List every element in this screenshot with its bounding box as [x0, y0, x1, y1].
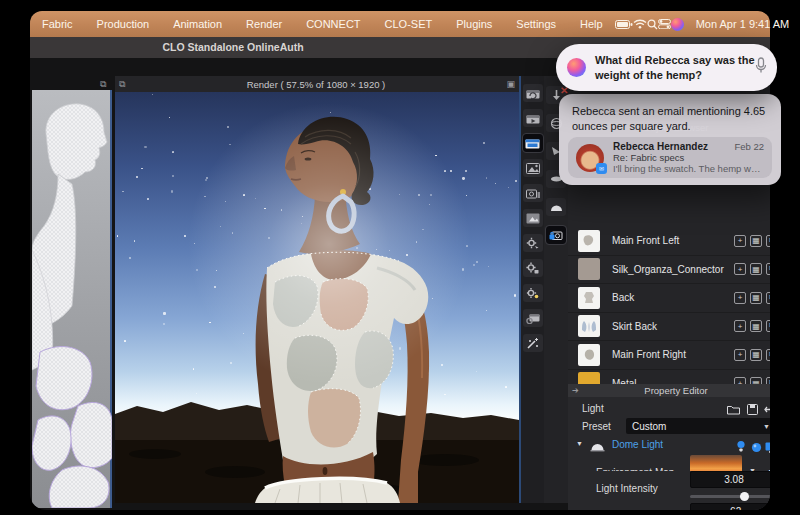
object-row-back[interactable]: Back +▦⧉ [568, 284, 770, 313]
menu-clock: Mon Apr 1 9:41 AM [684, 18, 800, 30]
clone-icon[interactable]: ⧉ [766, 292, 770, 304]
control-center-icon[interactable] [658, 19, 671, 29]
screen-icon[interactable] [765, 439, 770, 457]
property-editor-title: Property Editor [568, 385, 770, 396]
menu-plugins[interactable]: Plugins [444, 18, 504, 30]
light-intensity-input[interactable] [690, 471, 770, 488]
dock-render-icon[interactable]: ▣ [506, 79, 515, 89]
snapshot-icon[interactable] [523, 184, 543, 202]
assistant-answer-card[interactable]: Rebecca sent an email mentioning 4.65 ou… [559, 94, 781, 185]
screenshot: Fabric Production Animation Render CONNE… [0, 0, 800, 515]
battery-icon[interactable] [615, 20, 633, 29]
camera-settings-icon[interactable] [523, 259, 543, 277]
clone-icon[interactable]: ⧉ [766, 235, 770, 247]
menu-render[interactable]: Render [234, 18, 294, 30]
add-icon[interactable]: + [734, 235, 746, 247]
clone-icon[interactable]: ⧉ [766, 320, 770, 332]
add-icon[interactable]: + [734, 292, 746, 304]
dome-light-name[interactable]: Dome Light [612, 439, 663, 450]
menu-fabric[interactable]: Fabric [30, 18, 85, 30]
object-row-main-front-right[interactable]: Main Front Right +▦⧉ [568, 341, 770, 370]
render-video-icon[interactable] [523, 109, 543, 127]
fabric-thumbnail [578, 287, 600, 309]
assistant-question-pill[interactable]: What did Rebecca say was the weight of t… [556, 44, 777, 91]
add-icon[interactable]: + [734, 377, 746, 384]
float-render-icon[interactable]: ⧉ [119, 79, 125, 90]
menu-help[interactable]: Help [568, 18, 615, 30]
render-image-active-icon[interactable] [523, 134, 543, 152]
magic-wand-icon[interactable] [523, 334, 543, 352]
menu-production[interactable]: Production [85, 18, 162, 30]
siri-icon[interactable] [671, 18, 684, 31]
expand-property-editor-icon[interactable]: ➔ [572, 386, 579, 395]
clone-icon[interactable]: ⧉ [766, 263, 770, 275]
pattern-grid-icon[interactable]: ▦ [750, 320, 762, 332]
pattern-grid-icon[interactable]: ▦ [750, 349, 762, 361]
render-panel-title: Render ( 57.5% of 1080 × 1920 ) [129, 79, 502, 90]
render-panel-title-bar[interactable]: ⧉ Render ( 57.5% of 1080 × 1920 ) ▣ [115, 76, 519, 92]
open-preset-icon[interactable] [727, 401, 740, 419]
rebecca-avatar: ✉ [576, 144, 604, 172]
light-angle-input[interactable] [690, 503, 770, 510]
render-video-sync-icon[interactable] [523, 84, 543, 102]
email-sender: Rebecca Hernandez [613, 141, 734, 152]
email-preview-text: I'll bring the swatch. The hemp weighs… [613, 163, 764, 174]
fabric-thumbnail [578, 344, 600, 366]
microphone-icon[interactable] [755, 57, 767, 78]
clone-icon[interactable]: ⧉ [766, 349, 770, 361]
menu-clo-set[interactable]: CLO-SET [373, 18, 445, 30]
slider-thumb[interactable] [740, 492, 749, 501]
add-icon[interactable]: + [734, 349, 746, 361]
email-preview[interactable]: ✉ Rebecca Hernandez Feb 22 Re: Fabric sp… [568, 137, 772, 178]
camera-lock-icon[interactable] [546, 226, 566, 244]
dome-light-icon[interactable] [546, 198, 566, 216]
object-row-main-front-left[interactable]: Main Front Left +▦⧉ [568, 227, 770, 256]
horizon-glow [115, 92, 519, 503]
preset-label: Preset [582, 421, 611, 432]
save-preset-icon[interactable] [747, 401, 758, 419]
pattern-grid-icon[interactable]: ▦ [750, 292, 762, 304]
float-panel-icon[interactable]: ⧉ [100, 79, 106, 90]
turntable-video-icon[interactable] [523, 209, 543, 227]
light-intensity-label: Light Intensity [596, 483, 658, 494]
add-icon[interactable]: + [734, 320, 746, 332]
light-intensity-slider[interactable] [690, 495, 770, 498]
lightbulb-icon[interactable] [736, 438, 746, 456]
pattern-grid-icon[interactable]: ▦ [750, 377, 762, 384]
chevron-down-icon: ▼ [763, 423, 770, 430]
object-row-metal[interactable]: Metal +▦⧉ [568, 370, 770, 385]
light-settings-icon[interactable] [523, 284, 543, 302]
clone-icon[interactable]: ⧉ [766, 377, 770, 384]
object-row-skirt-back[interactable]: Skirt Back +▦⧉ [568, 313, 770, 342]
siri-orb-icon [567, 58, 586, 77]
disclosure-triangle-icon[interactable]: ▼ [576, 440, 583, 447]
taupe-swatch-thumbnail [578, 258, 600, 280]
reset-icon[interactable] [764, 401, 770, 419]
pattern-3d-viewport[interactable] [32, 90, 112, 508]
pattern-grid-icon[interactable]: ▦ [750, 235, 762, 247]
add-icon[interactable]: + [734, 263, 746, 275]
material-sphere-icon[interactable] [751, 439, 762, 457]
light-group-label: Light [582, 403, 604, 414]
email-date: Feb 22 [734, 141, 764, 152]
light-sliders-group: Light Intensity Light Angle [568, 471, 770, 510]
render-settings-icon[interactable] [523, 234, 543, 252]
pattern-grid-icon[interactable]: ▦ [750, 263, 762, 275]
preset-value: Custom [632, 421, 763, 432]
wireframe-avatar [32, 90, 112, 508]
menu-animation[interactable]: Animation [161, 18, 234, 30]
object-row-silk-organza[interactable]: Silk_Organza_Connector +▦⧉ [568, 256, 770, 285]
gold-swatch-thumbnail [578, 372, 600, 384]
preset-dropdown[interactable]: Custom ▼ [626, 418, 770, 434]
menu-connect[interactable]: CONNECT [294, 18, 372, 30]
property-editor-header[interactable]: ➔ Property Editor [568, 384, 770, 397]
animation-settings-icon[interactable] [523, 309, 543, 327]
window-title: CLO Standalone OnlineAuth [130, 41, 336, 53]
menu-settings[interactable]: Settings [504, 18, 568, 30]
render-toolbar [519, 76, 544, 503]
macos-menu-bar: Fabric Production Animation Render CONNE… [30, 11, 770, 37]
wifi-icon[interactable] [633, 19, 647, 29]
search-icon[interactable] [647, 19, 658, 30]
image-properties-icon[interactable] [523, 159, 543, 177]
mail-badge-icon: ✉ [596, 163, 607, 174]
